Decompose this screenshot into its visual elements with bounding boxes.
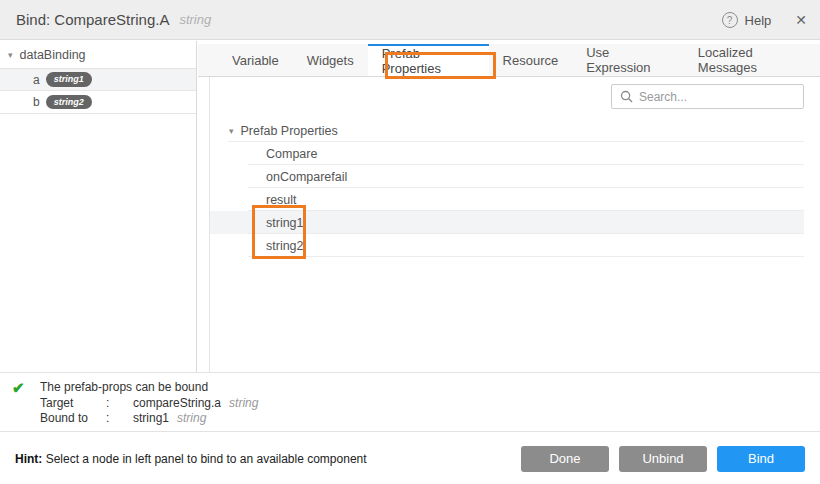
status-boundto-value: string1 [133,411,169,427]
chevron-down-icon[interactable]: ▾ [229,126,234,136]
type-badge: string1 [46,72,92,87]
property-row-string1[interactable]: string1 [210,211,804,234]
done-button[interactable]: Done [521,446,609,472]
status-target-value: compareString.a [133,396,221,412]
header-actions: ? Help ✕ [722,0,807,40]
tree-item-a[interactable]: a string1 [0,68,196,91]
status-boundto-row: Bound to : string1 string [40,411,258,427]
binding-status-panel: ✔ The prefab-props can be bound Target :… [0,372,820,432]
help-button[interactable]: Help [745,13,772,28]
unbind-button[interactable]: Unbind [619,446,707,472]
tree-item-label: b [33,95,40,109]
chevron-down-icon[interactable]: ▾ [8,50,13,60]
page-title-type: string [179,12,211,27]
property-row-result[interactable]: result [210,188,804,211]
binding-tree-panel: ▾ dataBinding a string1 b string2 [0,41,197,372]
tab-resource[interactable]: Resource [489,44,573,76]
status-boundto-type: string [177,411,206,427]
search-input[interactable] [639,90,795,104]
tree-root-label: dataBinding [20,48,86,62]
tab-content-panel: ▾ Prefab Properties Compare onComparefai… [209,77,804,372]
property-group-label: Prefab Properties [241,124,338,138]
dialog-header: Bind: CompareString.A string ? Help ✕ [0,0,820,40]
check-icon: ✔ [12,379,25,397]
close-icon[interactable]: ✕ [795,12,807,28]
footer-bar: Hint: Select a node in left panel to bin… [0,433,820,484]
tab-prefab-properties[interactable]: Prefab Properties [368,44,489,76]
prefab-properties-list: ▾ Prefab Properties Compare onComparefai… [210,120,804,257]
hint-text: Hint: Select a node in left panel to bin… [15,452,367,466]
status-message: The prefab-props can be bound [40,380,258,396]
property-row-string2[interactable]: string2 [210,234,804,257]
tab-use-expression[interactable]: Use Expression [572,44,684,76]
tree-item-label: a [33,73,40,87]
search-box[interactable] [611,84,804,109]
help-icon[interactable]: ? [722,12,738,28]
status-target-row: Target : compareString.a string [40,396,258,412]
property-group-row[interactable]: ▾ Prefab Properties [210,120,804,142]
property-row-compare[interactable]: Compare [210,142,804,165]
tab-localized-messages[interactable]: Localized Messages [684,44,820,76]
tree-item-b[interactable]: b string2 [0,91,196,114]
tab-variable[interactable]: Variable [218,44,293,76]
page-title: Bind: CompareString.A [16,11,169,28]
tree-node-databinding[interactable]: ▾ dataBinding [0,41,196,68]
tab-bar: Variable Widgets Prefab Properties Resou… [198,44,820,77]
bind-button[interactable]: Bind [717,446,805,472]
property-row-oncomparefail[interactable]: onComparefail [210,165,804,188]
search-icon [620,90,633,103]
type-badge: string2 [46,95,92,110]
tab-widgets[interactable]: Widgets [293,44,368,76]
footer-buttons: Done Unbind Bind [511,446,805,472]
status-target-type: string [229,396,258,412]
